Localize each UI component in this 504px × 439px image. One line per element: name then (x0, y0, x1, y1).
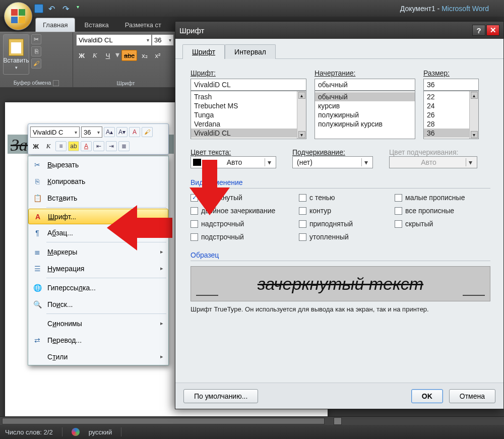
bold-button[interactable]: Ж (76, 50, 87, 61)
italic-button[interactable]: К (89, 50, 100, 61)
format-painter-icon[interactable]: 🖌 (31, 58, 41, 69)
close-button[interactable]: ✕ (486, 25, 499, 36)
font-style-list[interactable]: обычный курсив полужирный полужирный кур… (314, 91, 415, 139)
numbering-icon: ☰ (31, 263, 43, 274)
scrollbar[interactable]: ▴▾ (297, 91, 306, 139)
ctx-translate[interactable]: ⇄Перевод... (28, 332, 168, 348)
context-menu: ✂Вырезать ⎘Копировать 📋Вставить AШрифт..… (28, 156, 169, 365)
ok-button[interactable]: OK (411, 389, 443, 403)
chk-engrave[interactable]: утопленный (299, 233, 395, 241)
mini-indent-inc-icon[interactable]: ⇥ (106, 141, 117, 151)
mini-indent-dec-icon[interactable]: ⇤ (93, 141, 104, 151)
status-bar: Число слов: 2/2 русский (0, 425, 504, 439)
language-label[interactable]: русский (89, 428, 112, 436)
font-size-combo[interactable]: 36▾ (152, 34, 174, 46)
chk-emboss[interactable]: приподнятый (299, 220, 395, 228)
chk-subscript[interactable]: подстрочный (191, 233, 299, 241)
mini-toolbar: VivaldiD C▾ 36▾ A▴ A▾ A 🖌 Ж К ≡ ab A ⇤ ⇥… (28, 123, 169, 155)
scroll-thumb[interactable] (2, 418, 325, 424)
font-preview: зачеркнутый текст (191, 266, 490, 301)
mini-highlight-icon[interactable]: ab (68, 141, 79, 151)
truetype-note: Шрифт TrueType. Он используется для выво… (191, 305, 490, 313)
label-font: Шрифт: (191, 69, 306, 77)
language-icon[interactable] (72, 428, 80, 436)
subscript-button[interactable]: x₂ (139, 50, 150, 61)
label-size: Размер: (423, 69, 479, 77)
dialog-button-row: По умолчанию... OK Отмена (175, 383, 503, 409)
mini-size-combo[interactable]: 36▾ (81, 127, 102, 138)
ctx-copy[interactable]: ⎘Копировать (28, 173, 168, 190)
clipboard-icon (9, 39, 24, 56)
underline-button[interactable]: Ч (102, 50, 113, 61)
search-icon: 🔍 (31, 299, 43, 310)
mini-bold-button[interactable]: Ж (30, 141, 41, 152)
mini-font-color-icon[interactable]: A (81, 141, 92, 151)
window-title: Документ1 - Microsoft Word (400, 5, 489, 13)
ctx-find[interactable]: 🔍Поиск... (28, 296, 168, 312)
scroll-split-icon[interactable] (334, 417, 342, 425)
default-button[interactable]: По умолчанию... (183, 389, 258, 403)
chk-hidden[interactable]: скрытый (395, 220, 485, 228)
scissors-icon: ✂ (31, 159, 43, 170)
font-name-list[interactable]: Trash Trebuchet MS Tunga Verdana Vivaldi… (191, 91, 306, 139)
mini-align-center-icon[interactable]: ≡ (55, 141, 67, 151)
cut-icon[interactable]: ✂ (31, 34, 41, 44)
label-underline: Подчеркивание: (292, 148, 373, 156)
scrollbar[interactable]: ▴▾ (469, 91, 478, 139)
grow-font-icon[interactable]: A▴ (104, 127, 115, 137)
redo-icon[interactable]: ↷ (62, 4, 72, 13)
chk-allcaps[interactable]: все прописные (395, 207, 485, 215)
dialog-titlebar[interactable]: Шрифт ? ✕ (175, 22, 503, 39)
sample-section-title: Образец (191, 251, 490, 259)
dialog-title-text: Шрифт (179, 26, 204, 35)
superscript-button[interactable]: x² (152, 50, 163, 61)
tab-layout[interactable]: Разметка ст (118, 18, 168, 32)
ctx-synonyms[interactable]: Синонимы▸ (28, 315, 168, 332)
chk-smallcaps[interactable]: малые прописные (395, 194, 485, 202)
quick-access-toolbar: ↶ ↷ ▾ (34, 4, 86, 13)
tab-font-dialog[interactable]: Шрифт (182, 44, 225, 59)
ctx-cut[interactable]: ✂Вырезать (28, 156, 168, 173)
tab-home[interactable]: Главная (35, 18, 75, 32)
paste-icon: 📋 (31, 193, 43, 204)
bullets-icon: ≣ (31, 246, 43, 258)
tab-insert[interactable]: Вставка (77, 18, 115, 32)
paste-button[interactable]: Вставить ▾ (3, 34, 29, 75)
font-style-input[interactable]: обычный (314, 79, 415, 91)
strikethrough-button[interactable]: abc (121, 50, 137, 61)
font-size-list[interactable]: 22 24 26 28 36 ▴▾ (423, 91, 479, 139)
office-button[interactable] (4, 2, 32, 30)
font-name-input[interactable]: VivaldiD CL (191, 79, 306, 91)
mini-font-combo[interactable]: VivaldiD C▾ (30, 127, 80, 138)
tab-spacing-dialog[interactable]: Интервал (225, 44, 276, 59)
help-button[interactable]: ? (472, 25, 485, 36)
word-count[interactable]: Число слов: 2/2 (5, 428, 53, 436)
format-painter-mini-icon[interactable]: 🖌 (142, 127, 153, 137)
cancel-button[interactable]: Отмена (449, 389, 495, 403)
chk-outline[interactable]: контур (299, 207, 395, 215)
ctx-hyperlink[interactable]: 🌐Гиперссылка... (28, 279, 168, 296)
horizontal-scrollbar[interactable] (0, 416, 504, 425)
shrink-font-icon[interactable]: A▾ (116, 127, 128, 137)
font-size-input[interactable]: 36 (423, 79, 479, 91)
underline-color-dropdown: Авто▾ (389, 156, 477, 168)
mini-bullets-icon[interactable]: ≣ (118, 141, 130, 151)
copy-icon[interactable]: ⎘ (31, 46, 41, 56)
undo-icon[interactable]: ↶ (48, 4, 57, 13)
mini-italic-button[interactable]: К (43, 141, 54, 152)
chk-shadow[interactable]: с тенью (299, 194, 395, 202)
svg-marker-1 (190, 160, 230, 215)
save-icon[interactable] (34, 4, 43, 13)
annotation-arrow-down (190, 160, 230, 215)
ctx-numbering[interactable]: ☰Нумерация▸ (28, 260, 168, 277)
ctx-styles[interactable]: Стили▸ (28, 348, 168, 365)
underline-style-dropdown[interactable]: (нет)▾ (292, 156, 373, 168)
change-case-icon[interactable]: A (129, 127, 140, 137)
qat-dropdown-icon[interactable]: ▾ (77, 4, 86, 13)
chk-superscript[interactable]: надстрочный (191, 220, 299, 228)
label-style: Начертание: (314, 69, 415, 77)
paste-label: Вставить (4, 57, 29, 64)
effects-grid: зачеркнутый с тенью малые прописные двой… (191, 194, 490, 241)
font-name-combo[interactable]: VivaldiD CL▾ (76, 34, 152, 46)
clipboard-launcher-icon[interactable] (53, 80, 59, 86)
